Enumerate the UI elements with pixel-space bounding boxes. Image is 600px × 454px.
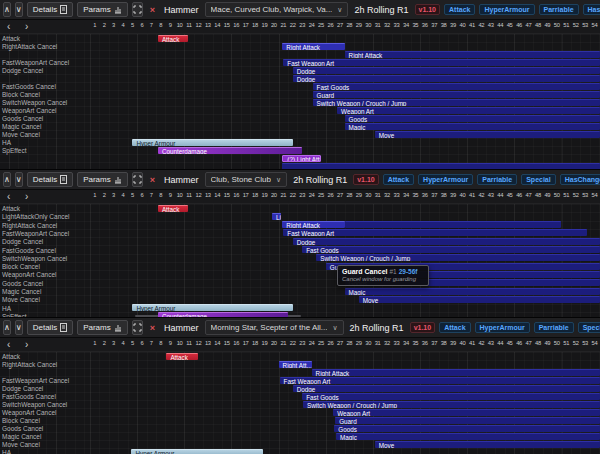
timeline-bar[interactable]: Guard <box>335 417 600 424</box>
timeline-bar[interactable]: Right Attack <box>282 43 344 50</box>
timeline-bar[interactable]: Move <box>375 441 600 448</box>
params-button[interactable]: Params <box>77 2 128 17</box>
timeline-bar[interactable]: Switch Weapon / Crouch / Jump <box>303 401 600 408</box>
tag-parriable[interactable]: Parriable <box>539 4 579 15</box>
timeline-bar[interactable]: Magic <box>345 123 600 130</box>
params-button-label: Params <box>83 321 111 334</box>
row-label: Block Cancel <box>2 263 40 271</box>
timeline-bar[interactable]: Move <box>375 131 600 138</box>
details-icon <box>60 175 67 184</box>
nav-down-button[interactable]: ∨ <box>15 172 23 187</box>
timeline-bar[interactable]: Fast Weapon Art <box>283 229 587 236</box>
timeline-bar[interactable]: Move <box>359 296 600 303</box>
timeline-bar[interactable]: Right Att... <box>279 361 312 368</box>
row-label: Attack <box>2 353 20 361</box>
timeline-bar[interactable]: Hyper Armour <box>132 139 292 146</box>
timeline-bar[interactable]: Attack <box>166 353 198 360</box>
frame-data-viewer: ∧∨DetailsParams×HammerMace, Curved Club,… <box>0 0 600 454</box>
weapon-select[interactable]: Mace, Curved Club, Warpick, Va...∨ <box>205 2 349 17</box>
timeline-bar[interactable]: Magic <box>345 288 600 295</box>
ruler-scroll-left-icon[interactable]: ‹ <box>7 338 10 352</box>
timeline-bar[interactable]: Right Attack <box>282 221 344 228</box>
row-label: Magic Cancel <box>2 433 41 441</box>
expand-button[interactable] <box>132 2 143 17</box>
timeline-bar[interactable]: Goods <box>334 425 600 432</box>
ruler-scroll-right-icon[interactable]: › <box>25 190 28 204</box>
tag-hyperarmour[interactable]: HyperArmour <box>475 322 530 333</box>
tag-special[interactable]: Special <box>521 174 556 185</box>
weapon-select[interactable]: Morning Star, Scepter of the All...∨ <box>205 320 344 335</box>
timeline-bar[interactable]: Attack <box>158 35 188 42</box>
ruler-scroll-left-icon[interactable]: ‹ <box>7 20 10 34</box>
tag-attack[interactable]: Attack <box>444 4 475 15</box>
nav-up-button[interactable]: ∧ <box>3 172 11 187</box>
timeline-bar[interactable]: Fast Goods <box>302 246 600 253</box>
nav-down-button[interactable]: ∨ <box>15 320 23 335</box>
timeline-bar[interactable]: Weapon Art <box>333 409 600 416</box>
timeline-bar[interactable]: Fast Goods <box>313 83 600 90</box>
tag-special[interactable]: Special <box>578 322 600 333</box>
version-badge: v1.10 <box>353 174 379 185</box>
timeline-bar[interactable]: Attack <box>158 205 188 212</box>
frame-ruler: ‹›12345678910111213141516171819202122232… <box>0 338 600 352</box>
tooltip-index: #1 <box>389 268 396 275</box>
row-label: FastGoods Cancel <box>2 83 56 91</box>
timeline-bar[interactable]: Dodge <box>293 67 600 74</box>
details-icon <box>60 5 67 14</box>
move-name: 2h Rolling R1 <box>350 323 404 333</box>
ruler-scroll-right-icon[interactable]: › <box>25 338 28 352</box>
timeline-bar[interactable]: Fast Goods <box>302 393 600 400</box>
timeline-bar[interactable]: Dodge <box>293 385 600 392</box>
close-button[interactable]: × <box>147 320 158 335</box>
weapon-class-label: Hammer <box>164 323 199 333</box>
tag-haschanged[interactable]: HasChanged <box>560 174 600 185</box>
params-button-label: Params <box>83 3 111 16</box>
tag-hyperarmour[interactable]: HyperArmour <box>418 174 473 185</box>
weapon-select-value: Mace, Curved Club, Warpick, Va... <box>211 5 333 14</box>
nav-up-button[interactable]: ∧ <box>3 2 11 17</box>
timeline-bar[interactable]: Right Attack <box>345 51 600 58</box>
close-button[interactable]: × <box>147 172 158 187</box>
timeline-bar[interactable]: Goods <box>345 115 600 122</box>
timeline-bar[interactable]: Switch Weapon / Crouch / Jump <box>316 254 600 261</box>
timeline-bar[interactable]: (?) Light Attac... <box>282 155 321 162</box>
expand-button[interactable] <box>132 320 143 335</box>
nav-up-button[interactable]: ∧ <box>3 320 11 335</box>
timeline-bar[interactable]: Guard <box>313 91 600 98</box>
expand-button[interactable] <box>132 172 143 187</box>
params-button[interactable]: Params <box>77 320 128 335</box>
tag-attack[interactable]: Attack <box>383 174 414 185</box>
timeline-bar[interactable]: Switch Weapon / Crouch / Jump <box>313 99 600 106</box>
timeline-bar[interactable]: Weapon Art <box>337 107 600 114</box>
details-button[interactable]: Details <box>27 172 73 187</box>
row-label: SpEffect <box>2 147 26 155</box>
tag-parriable[interactable]: Parriable <box>534 322 574 333</box>
timeline-bar[interactable]: Li... <box>272 213 281 220</box>
tag-parriable[interactable]: Parriable <box>477 174 517 185</box>
timeline-bar[interactable]: Dodge <box>293 238 600 245</box>
details-button[interactable]: Details <box>27 320 73 335</box>
weapon-select[interactable]: Club, Stone Club∨ <box>205 172 288 187</box>
timeline-bar[interactable]: Counterdamage <box>158 147 302 154</box>
ruler-scroll-left-icon[interactable]: ‹ <box>7 190 10 204</box>
details-button[interactable]: Details <box>27 2 73 17</box>
tag-hyperarmour[interactable]: HyperArmour <box>479 4 534 15</box>
timeline-bar[interactable] <box>345 221 562 228</box>
timeline-bar[interactable]: Right Attack <box>312 369 600 376</box>
timeline-bar[interactable]: Fast Weapon Art <box>280 377 600 384</box>
tag-haschanged[interactable]: HasChanged <box>583 4 600 15</box>
weapon-select-value: Morning Star, Scepter of the All... <box>211 323 328 332</box>
ruler-scroll-right-icon[interactable]: › <box>25 20 28 34</box>
tag-attack[interactable]: Attack <box>439 322 470 333</box>
nav-down-button[interactable]: ∨ <box>15 2 23 17</box>
timeline-bar[interactable]: Hyper Armour <box>132 304 292 311</box>
details-button-label: Details <box>33 3 57 16</box>
params-button[interactable]: Params <box>77 172 128 187</box>
tooltip-title-row: Guard Cancel #1 29-56f <box>342 268 424 275</box>
close-button[interactable]: × <box>147 2 158 17</box>
timeline-bar[interactable]: Hyper Armour <box>131 449 262 454</box>
timeline-bar[interactable]: Magic <box>336 433 600 440</box>
timeline-bar[interactable]: Fast Weapon Art <box>283 59 600 66</box>
timeline-bar[interactable]: Dodge <box>293 75 600 82</box>
cancel-tooltip: Guard Cancel #1 29-56f Cancel window for… <box>337 265 429 286</box>
